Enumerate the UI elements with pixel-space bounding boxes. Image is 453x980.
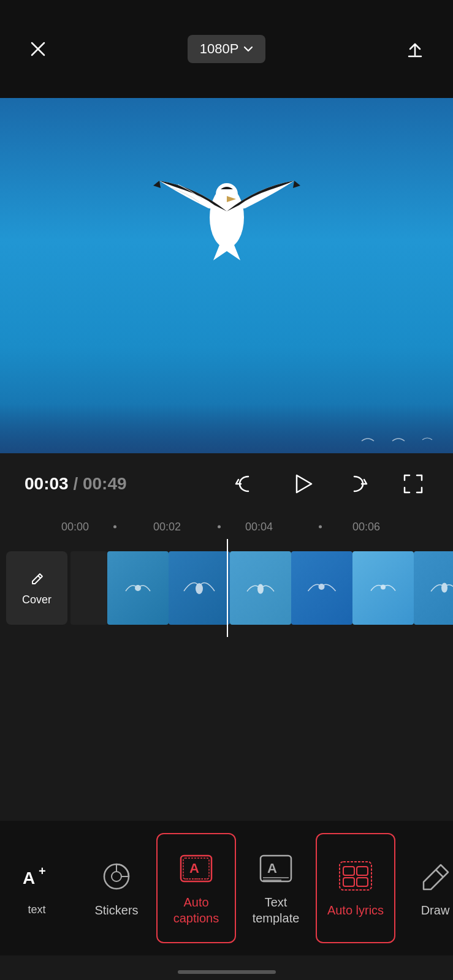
draw-icon bbox=[417, 858, 453, 895]
track-clips[interactable] bbox=[70, 551, 453, 625]
tool-draw[interactable]: Draw bbox=[395, 833, 453, 943]
svg-text:+: + bbox=[39, 864, 46, 878]
fast-forward-button[interactable] bbox=[343, 469, 373, 499]
tool-add-text[interactable]: A + text bbox=[0, 833, 77, 943]
playback-controls: 00:03 / 00:49 bbox=[0, 453, 453, 514]
svg-line-34 bbox=[436, 870, 443, 877]
play-icon bbox=[286, 468, 318, 500]
svg-rect-32 bbox=[343, 878, 354, 886]
total-time: 00:49 bbox=[83, 474, 127, 493]
tool-text-template[interactable]: A Texttemplate bbox=[236, 833, 316, 943]
close-button[interactable] bbox=[25, 36, 51, 62]
auto-lyrics-icon bbox=[337, 858, 374, 895]
ruler-time-4: 00:04 bbox=[245, 521, 273, 533]
svg-text:A: A bbox=[23, 869, 35, 888]
ruler-time-2: 00:02 bbox=[153, 521, 181, 533]
close-icon bbox=[29, 40, 47, 58]
svg-line-6 bbox=[38, 576, 40, 578]
auto-captions-icon: A bbox=[178, 850, 215, 887]
clip-1[interactable] bbox=[107, 551, 169, 625]
timeline-ruler: 00:00 00:02 00:04 00:06 bbox=[0, 514, 453, 539]
svg-point-8 bbox=[196, 583, 203, 594]
rewind-button[interactable] bbox=[229, 469, 260, 499]
ruler-dot-5 bbox=[319, 526, 322, 529]
resolution-button[interactable]: 1080P bbox=[188, 35, 266, 63]
auto-captions-label: Autocaptions bbox=[173, 894, 219, 926]
svg-point-10 bbox=[319, 584, 325, 590]
svg-point-11 bbox=[381, 585, 386, 590]
bottom-toolbar: A + text Stickers bbox=[0, 821, 453, 956]
video-bottom-overlay bbox=[0, 404, 453, 453]
ruler-time-0: 00:00 bbox=[61, 521, 89, 533]
stickers-label: Stickers bbox=[94, 902, 138, 918]
clip-6[interactable] bbox=[414, 551, 453, 625]
svg-text:A: A bbox=[189, 861, 199, 876]
ruler-dot-3 bbox=[218, 526, 221, 529]
clip-2[interactable] bbox=[169, 551, 230, 625]
time-separator: / bbox=[73, 474, 83, 493]
clip-5[interactable] bbox=[352, 551, 414, 625]
fullscreen-button[interactable] bbox=[398, 469, 428, 499]
cover-label: Cover bbox=[22, 594, 51, 606]
svg-point-18 bbox=[112, 872, 121, 881]
chevron-down-icon bbox=[243, 46, 253, 52]
timeline-area: 00:03 / 00:49 bbox=[0, 453, 453, 821]
time-display: 00:03 / 00:49 bbox=[25, 474, 127, 494]
svg-text:A: A bbox=[267, 861, 277, 876]
cover-edit-icon bbox=[28, 570, 46, 589]
svg-rect-33 bbox=[357, 878, 368, 886]
auto-lyrics-label: Auto lyrics bbox=[327, 902, 384, 918]
upload-button[interactable] bbox=[402, 36, 428, 62]
svg-rect-31 bbox=[357, 867, 368, 875]
video-preview bbox=[0, 98, 453, 453]
clip-4[interactable] bbox=[291, 551, 352, 625]
small-birds-decoration bbox=[359, 435, 435, 447]
current-time: 00:03 bbox=[25, 474, 69, 493]
svg-rect-30 bbox=[343, 867, 354, 875]
ruler-marks: 00:00 00:02 00:04 00:06 bbox=[12, 514, 441, 539]
fast-forward-icon bbox=[345, 470, 371, 497]
home-indicator bbox=[178, 970, 276, 974]
bird-image bbox=[141, 129, 313, 282]
text-template-label: Texttemplate bbox=[253, 894, 300, 926]
stickers-icon bbox=[98, 858, 135, 895]
add-text-icon: A + bbox=[18, 859, 55, 895]
resolution-label: 1080P bbox=[200, 41, 239, 57]
tool-stickers[interactable]: Stickers bbox=[77, 833, 156, 943]
media-controls bbox=[229, 467, 428, 501]
fullscreen-icon bbox=[400, 470, 427, 497]
ruler-time-6: 00:06 bbox=[352, 521, 380, 533]
clip-black[interactable] bbox=[70, 551, 107, 625]
tool-auto-lyrics[interactable]: Auto lyrics bbox=[316, 833, 395, 943]
clip-3[interactable] bbox=[230, 551, 291, 625]
svg-point-12 bbox=[441, 583, 447, 593]
track-area: Cover bbox=[0, 539, 453, 637]
svg-point-9 bbox=[257, 584, 264, 594]
svg-point-7 bbox=[135, 585, 141, 591]
upload-icon bbox=[404, 38, 426, 60]
play-button[interactable] bbox=[284, 467, 318, 501]
text-template-icon: A bbox=[257, 850, 294, 887]
cover-button[interactable]: Cover bbox=[6, 551, 67, 625]
playhead-line bbox=[227, 539, 228, 637]
draw-label: Draw bbox=[421, 902, 450, 918]
tool-auto-captions[interactable]: A Autocaptions bbox=[156, 833, 236, 943]
svg-marker-5 bbox=[297, 475, 311, 492]
ruler-dot-1 bbox=[113, 526, 116, 529]
top-bar: 1080P bbox=[0, 0, 453, 98]
rewind-icon bbox=[231, 470, 258, 497]
add-text-label: text bbox=[28, 903, 45, 917]
